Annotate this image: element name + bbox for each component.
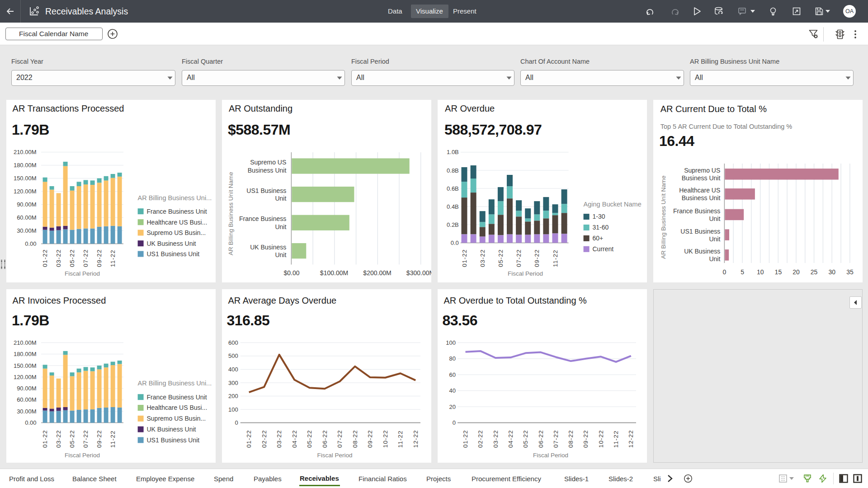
- svg-text:60+: 60+: [593, 235, 604, 242]
- svg-text:0.8B: 0.8B: [447, 167, 459, 174]
- svg-text:0.00: 0.00: [25, 419, 36, 426]
- svg-text:US1 Business: US1 Business: [680, 228, 720, 235]
- svg-text:10: 10: [757, 268, 764, 276]
- svg-text:Supremo US Busin...: Supremo US Busin...: [147, 229, 206, 236]
- svg-text:120.00M: 120.00M: [14, 188, 37, 195]
- svg-text:12-22: 12-22: [627, 430, 634, 448]
- svg-text:150.00M: 150.00M: [14, 175, 37, 182]
- svg-text:05-22: 05-22: [497, 249, 504, 267]
- svg-text:1-30: 1-30: [593, 213, 605, 220]
- svg-text:500: 500: [228, 352, 238, 359]
- svg-text:Business Unit: Business Unit: [682, 174, 721, 182]
- svg-text:UK Business Unit: UK Business Unit: [147, 426, 196, 433]
- svg-text:08-22: 08-22: [352, 430, 359, 448]
- svg-text:07-22: 07-22: [82, 249, 89, 267]
- svg-text:08-22: 08-22: [567, 430, 574, 448]
- svg-text:100: 100: [228, 406, 238, 413]
- svg-text:06-22: 06-22: [538, 430, 544, 448]
- svg-text:AR Billing Business Unit Name: AR Billing Business Unit Name: [227, 172, 234, 255]
- svg-text:316.85: 316.85: [226, 312, 269, 328]
- svg-text:09-22: 09-22: [96, 430, 103, 448]
- svg-text:10-22: 10-22: [382, 430, 389, 448]
- svg-text:Supremo US Busin...: Supremo US Busin...: [147, 415, 206, 422]
- svg-text:100: 100: [446, 339, 456, 346]
- svg-text:07-22: 07-22: [82, 430, 89, 448]
- svg-text:05-22: 05-22: [306, 430, 313, 448]
- svg-text:Unit: Unit: [709, 215, 720, 222]
- svg-text:16.44: 16.44: [659, 133, 694, 149]
- svg-text:11-22: 11-22: [552, 249, 559, 267]
- svg-text:04-22: 04-22: [291, 430, 298, 448]
- svg-text:AR Billing Business Uni...: AR Billing Business Uni...: [138, 194, 212, 202]
- svg-text:Supremo US: Supremo US: [684, 167, 720, 174]
- svg-text:150.00M: 150.00M: [14, 362, 37, 369]
- svg-text:Business Unit: Business Unit: [248, 167, 287, 174]
- svg-text:05-22: 05-22: [69, 249, 75, 267]
- svg-text:$100.00M: $100.00M: [320, 269, 348, 277]
- svg-text:20: 20: [793, 268, 800, 276]
- svg-text:0: 0: [235, 419, 238, 426]
- svg-text:90.00M: 90.00M: [17, 385, 36, 392]
- svg-text:0.2B: 0.2B: [447, 221, 459, 228]
- svg-text:10-22: 10-22: [598, 430, 604, 448]
- svg-text:$300.00M: $300.00M: [406, 269, 431, 277]
- svg-text:30.00M: 30.00M: [17, 408, 36, 415]
- svg-text:04-22: 04-22: [507, 430, 514, 448]
- svg-text:02-22: 02-22: [477, 430, 484, 448]
- svg-text:Unit: Unit: [275, 223, 286, 230]
- svg-text:31-60: 31-60: [593, 224, 609, 231]
- svg-text:35: 35: [846, 268, 854, 276]
- svg-text:11-22: 11-22: [109, 430, 116, 448]
- svg-text:France Business: France Business: [673, 207, 720, 215]
- svg-text:01-22: 01-22: [461, 249, 468, 267]
- svg-text:1.0B: 1.0B: [447, 149, 459, 155]
- svg-text:0.00: 0.00: [25, 240, 36, 247]
- svg-text:UK Business: UK Business: [684, 248, 720, 255]
- svg-text:$588.57M: $588.57M: [228, 122, 290, 138]
- svg-text:11-22: 11-22: [397, 430, 404, 448]
- svg-text:UK Business: UK Business: [250, 244, 286, 251]
- svg-text:Fiscal Period: Fiscal Period: [317, 452, 353, 459]
- svg-text:210.00M: 210.00M: [14, 339, 37, 346]
- svg-text:US1 Business Unit: US1 Business Unit: [147, 250, 200, 258]
- svg-text:90.00M: 90.00M: [17, 201, 36, 208]
- svg-text:20: 20: [449, 404, 455, 410]
- svg-text:180.00M: 180.00M: [14, 351, 37, 357]
- svg-text:11-22: 11-22: [613, 430, 619, 448]
- svg-text:AR Invoices Processed: AR Invoices Processed: [13, 296, 106, 305]
- svg-text:Unit: Unit: [275, 195, 286, 202]
- svg-text:Aging Bucket Name: Aging Bucket Name: [584, 201, 642, 208]
- svg-text:AR Overdue to Total Outstandin: AR Overdue to Total Outstanding %: [443, 296, 587, 305]
- svg-text:Fiscal Period: Fiscal Period: [65, 270, 100, 277]
- svg-text:0.0: 0.0: [451, 239, 459, 246]
- svg-text:180.00M: 180.00M: [14, 162, 37, 169]
- svg-text:11-22: 11-22: [109, 249, 116, 267]
- svg-text:AR Average Days Overdue: AR Average Days Overdue: [228, 296, 336, 305]
- svg-text:60: 60: [449, 371, 455, 378]
- svg-text:Unit: Unit: [275, 251, 286, 258]
- svg-text:0: 0: [453, 419, 456, 426]
- svg-text:Unit: Unit: [709, 235, 720, 243]
- svg-text:AR Billing Business Uni...: AR Billing Business Uni...: [138, 380, 212, 387]
- svg-text:Healthcare US Busi...: Healthcare US Busi...: [147, 219, 208, 226]
- svg-text:5: 5: [741, 268, 744, 276]
- svg-text:03-22: 03-22: [276, 430, 283, 448]
- svg-text:1.79B: 1.79B: [12, 312, 49, 328]
- svg-text:120.00M: 120.00M: [14, 374, 37, 380]
- svg-text:07-22: 07-22: [552, 430, 559, 448]
- svg-text:AR Overdue: AR Overdue: [445, 103, 495, 113]
- svg-text:$200.00M: $200.00M: [363, 269, 391, 277]
- svg-text:01-22: 01-22: [245, 430, 252, 448]
- svg-text:15: 15: [775, 268, 782, 276]
- svg-text:200: 200: [228, 393, 238, 399]
- svg-text:03-22: 03-22: [492, 430, 499, 448]
- svg-text:Unit: Unit: [709, 255, 720, 263]
- svg-text:05-22: 05-22: [69, 430, 75, 448]
- svg-text:400: 400: [228, 366, 238, 373]
- svg-text:0.6B: 0.6B: [447, 185, 459, 192]
- svg-text:France Business: France Business: [239, 215, 286, 222]
- svg-text:03-22: 03-22: [479, 249, 486, 267]
- svg-text:210.00M: 210.00M: [14, 149, 37, 155]
- svg-text:40: 40: [449, 387, 455, 394]
- svg-text:01-22: 01-22: [42, 249, 48, 267]
